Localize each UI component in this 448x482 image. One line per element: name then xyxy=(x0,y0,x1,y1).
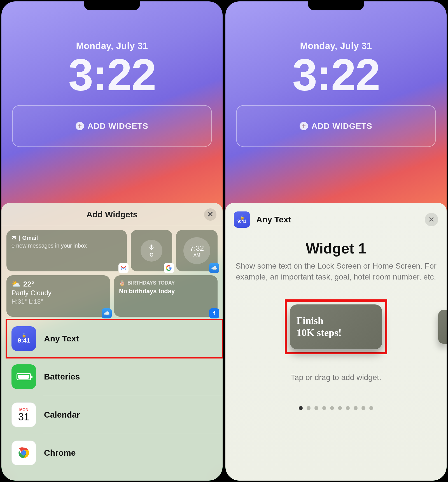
sheet-title: Add Widgets xyxy=(86,210,137,219)
notch xyxy=(84,1,140,10)
gmail-title: Gmail xyxy=(22,235,38,241)
app-row-chrome[interactable]: Chrome xyxy=(6,434,223,472)
widget-detail-sheet: 🔒 9:41 Any Text ✕ Widget 1 Show some tex… xyxy=(225,203,447,481)
page-dot[interactable] xyxy=(361,406,365,410)
facebook-app-icon: f xyxy=(209,308,219,318)
widget-description: Show some text on the Lock Screen or Hom… xyxy=(234,261,438,282)
preview-line1: Finish xyxy=(297,315,375,327)
page-dot[interactable] xyxy=(330,406,334,410)
birthdays-text: No birthdays today xyxy=(119,288,213,295)
widget-weather[interactable]: ⛅ 22° Partly Cloudy H:31° L:18° ☁️ xyxy=(6,275,110,317)
page-dot[interactable] xyxy=(369,406,373,410)
gmail-app-icon xyxy=(118,263,129,273)
widget-suggestions: ✉︎ | Gmail 0 new messages in your inbox … xyxy=(1,226,223,320)
widget-gmail[interactable]: ✉︎ | Gmail 0 new messages in your inbox xyxy=(6,230,127,271)
add-widgets-label: ADD WIDGETS xyxy=(311,122,372,131)
add-widget-hint: Tap or drag to add widget. xyxy=(234,373,438,382)
page-dots[interactable] xyxy=(234,406,438,410)
app-name-calendar: Calendar xyxy=(44,410,80,420)
close-button[interactable]: ✕ xyxy=(425,213,438,226)
add-widgets-label: ADD WIDGETS xyxy=(87,122,148,131)
calendar-daynum: 31 xyxy=(18,412,29,422)
add-widgets-slot[interactable]: + ADD WIDGETS xyxy=(236,105,436,147)
gmail-envelope-icon: ✉︎ xyxy=(11,234,16,241)
batteries-app-icon xyxy=(11,364,36,389)
detail-app-title: Any Text xyxy=(256,215,291,224)
page-dot[interactable] xyxy=(299,406,303,410)
sheet-header: Add Widgets ✕ xyxy=(1,203,223,226)
anytext-icon-time: 9:41 xyxy=(18,337,30,344)
battery-icon xyxy=(17,373,31,380)
cake-icon: 🎂 xyxy=(119,280,125,286)
widget-google-assistant[interactable]: G xyxy=(131,230,172,271)
widget-clock[interactable]: 7:32 AM ☁️ xyxy=(176,230,218,271)
page-dot[interactable] xyxy=(322,406,326,410)
chrome-app-icon xyxy=(11,441,36,465)
phone-right: Monday, July 31 3:22 + ADD WIDGETS 🔒 9:4… xyxy=(225,1,447,481)
phone-left: Monday, July 31 3:22 + ADD WIDGETS Add W… xyxy=(1,1,223,481)
page-dot[interactable] xyxy=(346,406,350,410)
birthdays-label: BIRTHDAYS TODAY xyxy=(127,280,175,286)
anytext-icon-time-2: 9:41 xyxy=(237,219,246,224)
detail-header: 🔒 9:41 Any Text ✕ xyxy=(234,211,438,228)
add-widgets-sheet: Add Widgets ✕ ✉︎ | Gmail 0 new messages … xyxy=(1,203,223,481)
app-name-chrome: Chrome xyxy=(44,448,76,458)
widget-preview-area: Finish 10K steps! xyxy=(234,300,438,353)
widget-title: Widget 1 xyxy=(234,240,438,257)
weather-hilo: H:31° L:18° xyxy=(11,298,105,305)
next-widget-peek[interactable] xyxy=(438,310,447,344)
app-row-batteries[interactable]: Batteries xyxy=(6,358,223,396)
widget-preview-highlight: Finish 10K steps! xyxy=(286,300,386,353)
widget-birthdays[interactable]: 🎂 BIRTHDAYS TODAY No birthdays today f xyxy=(114,275,218,317)
notch xyxy=(308,1,364,10)
app-name-batteries: Batteries xyxy=(44,372,80,381)
lock-time: 3:22 xyxy=(225,52,447,97)
lock-icon: 🔒 xyxy=(240,215,244,220)
google-app-icon xyxy=(164,263,174,273)
widget-preview[interactable]: Finish 10K steps! xyxy=(290,304,382,349)
page-dot[interactable] xyxy=(354,406,358,410)
chrome-icon xyxy=(16,445,32,461)
close-button[interactable]: ✕ xyxy=(204,208,216,221)
preview-line2: 10K steps! xyxy=(297,327,375,339)
anytext-app-icon: 🔒 9:41 xyxy=(11,326,36,351)
clock-time: 7:32 xyxy=(190,244,204,253)
page-dot[interactable] xyxy=(314,406,318,410)
clock-ampm: AM xyxy=(193,253,200,258)
lock-screen: Monday, July 31 3:22 + ADD WIDGETS xyxy=(1,1,223,147)
app-row-anytext[interactable]: 🔒 9:41 Any Text xyxy=(6,320,223,358)
gmail-subtitle: 0 new messages in your inbox xyxy=(11,242,122,249)
plus-icon: + xyxy=(76,122,84,130)
add-widgets-slot[interactable]: + ADD WIDGETS xyxy=(12,105,212,147)
svg-point-1 xyxy=(22,451,26,455)
lock-screen: Monday, July 31 3:22 + ADD WIDGETS xyxy=(225,1,447,147)
app-row-calendar[interactable]: MON 31 Calendar xyxy=(6,396,223,434)
weather-app-icon-2: ☁️ xyxy=(102,308,112,318)
lock-time: 3:22 xyxy=(1,52,223,97)
app-list: 🔒 9:41 Any Text Batteries MON 31 Calenda… xyxy=(1,320,223,472)
page-dot[interactable] xyxy=(307,406,311,410)
weather-condition: Partly Cloudy xyxy=(11,289,105,297)
app-name-anytext: Any Text xyxy=(44,334,79,343)
lock-icon: 🔒 xyxy=(22,333,26,337)
mic-icon xyxy=(148,244,155,251)
calendar-app-icon: MON 31 xyxy=(11,402,36,427)
page-dot[interactable] xyxy=(338,406,342,410)
cloud-sun-icon: ⛅ xyxy=(11,280,20,288)
plus-icon: + xyxy=(300,122,308,130)
anytext-app-icon: 🔒 9:41 xyxy=(234,211,250,228)
weather-temp: 22° xyxy=(23,280,34,288)
weather-app-icon: ☁️ xyxy=(209,263,219,273)
